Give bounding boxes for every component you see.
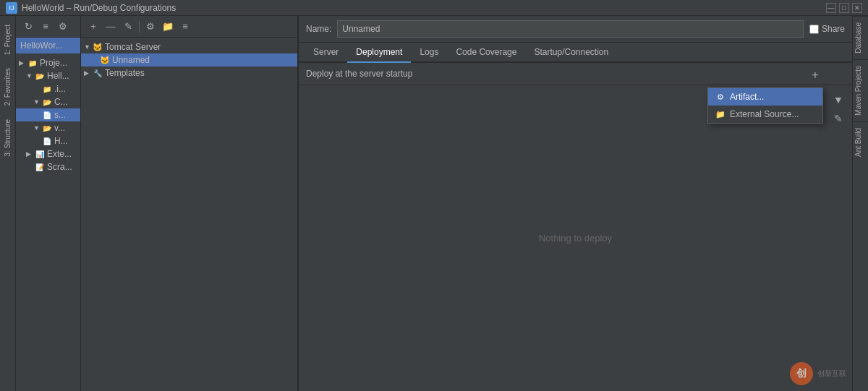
project-icon: 📁 — [27, 58, 38, 68]
tree-project[interactable]: ▶ 📁 Proje... — [16, 56, 80, 69]
watermark-text: 创新互联 — [817, 369, 846, 379]
run-config-panel: + — ✎ ⚙ 📁 ≡ ▼ 🐱 Tomcat Server 🐱 Unnamed — [81, 16, 298, 391]
deploy-header: Deploy at the server startup — [299, 63, 852, 85]
project-label: HelloWor... — [16, 38, 80, 53]
share-label: Share — [822, 24, 845, 34]
app-logo: IJ — [6, 2, 17, 14]
scratch-icon: 📝 — [35, 162, 45, 172]
favorites-tab[interactable]: 2: Favorites — [2, 62, 13, 111]
minimize-button[interactable]: — — [826, 3, 836, 13]
config-toolbar: + — ✎ ⚙ 📁 ≡ — [81, 16, 297, 38]
tree-scratch[interactable]: 📝 Scra... — [16, 160, 80, 173]
unnamed-config[interactable]: 🐱 Unnamed — [81, 53, 297, 66]
window-controls: — □ ✕ — [826, 3, 862, 13]
tab-deployment[interactable]: Deployment — [347, 43, 411, 63]
deploy-actions: ▼ ✎ — [830, 92, 846, 126]
sync-btn[interactable]: ↻ — [20, 19, 36, 35]
watermark: 创 创新互联 — [790, 362, 846, 385]
folder-btn[interactable]: 📁 — [160, 19, 176, 35]
add-deploy-btn[interactable]: + — [807, 67, 823, 83]
tree-idea[interactable]: 📁 .i... — [16, 82, 80, 95]
main-content: 1: Project 2: Favorites 3: Structure ↻ ≡… — [0, 16, 868, 391]
left-vertical-tabs: 1: Project 2: Favorites 3: Structure — [0, 16, 16, 391]
ant-panel-btn[interactable]: Ant Build — [853, 121, 868, 163]
tree-hello[interactable]: ▼ 📂 Hell... — [16, 69, 80, 82]
artifact-menu-item[interactable]: ⚙ Artifact... — [708, 88, 822, 106]
tree-external[interactable]: ▶ 📊 Exte... — [16, 147, 80, 160]
templates-icon: 🔧 — [93, 68, 103, 78]
external-source-menu-item[interactable]: 📁 External Source... — [708, 106, 822, 123]
config-editor: Name: Share Server Deployment Logs Code … — [298, 16, 852, 391]
right-side-panels: Database Maven Projects Ant Build — [852, 16, 868, 391]
name-row: Name: Share — [299, 16, 852, 43]
maximize-button[interactable]: □ — [839, 3, 849, 13]
tab-logs[interactable]: Logs — [411, 43, 447, 63]
nothing-text: Nothing to deploy — [539, 233, 612, 244]
unnamed-icon: 🐱 — [100, 55, 110, 65]
tomcat-server-group[interactable]: ▼ 🐱 Tomcat Server — [81, 40, 297, 53]
unnamed-label: Unnamed — [112, 55, 150, 65]
tree-h[interactable]: 📄 H... — [16, 134, 80, 147]
tab-code-coverage[interactable]: Code Coverage — [447, 43, 525, 63]
external-source-icon: 📁 — [715, 109, 726, 119]
tab-startup-connection[interactable]: Startup/Connection — [525, 43, 617, 63]
remove-config-btn[interactable]: — — [103, 19, 119, 35]
settings-btn[interactable]: ⚙ — [55, 19, 71, 35]
artifact-label: Artifact... — [730, 92, 764, 102]
config-tabs: Server Deployment Logs Code Coverage Sta… — [299, 43, 852, 63]
sidebar-toolbar: ↻ ≡ ⚙ — [16, 16, 80, 38]
folder-icon: 📁 — [42, 84, 52, 94]
folder-icon3: 📂 — [42, 123, 52, 133]
external-icon: 📊 — [35, 149, 45, 159]
name-input[interactable] — [337, 20, 804, 38]
project-tab[interactable]: 1: Project — [2, 19, 13, 61]
artifact-icon: ⚙ — [715, 92, 726, 102]
folder-icon2: 📂 — [42, 97, 52, 107]
name-label: Name: — [306, 24, 331, 34]
tree-c[interactable]: ▼ 📂 C... — [16, 95, 80, 108]
maven-panel-btn[interactable]: Maven Projects — [853, 59, 868, 121]
project-sidebar: ↻ ≡ ⚙ HelloWor... ▶ 📁 Proje... ▼ 📂 Hell.… — [16, 16, 81, 391]
project-tree: ▶ 📁 Proje... ▼ 📂 Hell... 📁 .i... ▼ 📂 C..… — [16, 53, 80, 391]
edit-btn[interactable]: ✎ — [830, 111, 846, 126]
tomcat-icon: 🐱 — [93, 42, 103, 52]
move-up-btn[interactable]: ⚙ — [142, 19, 158, 35]
deploy-area: Deploy at the server startup + ⚙ Artifac… — [299, 63, 852, 391]
templates-label: Templates — [105, 68, 145, 78]
close-button[interactable]: ✕ — [852, 3, 862, 13]
copy-config-btn[interactable]: ✎ — [120, 19, 136, 35]
deploy-content: Nothing to deploy — [299, 85, 852, 391]
module-icon: 📂 — [35, 71, 45, 81]
sort-btn[interactable]: ≡ — [177, 19, 193, 35]
title-bar: IJ HelloWorld – Run/Debug Configurations… — [0, 0, 868, 16]
config-tree: ▼ 🐱 Tomcat Server 🐱 Unnamed ▶ 🔧 Template… — [81, 38, 297, 391]
title-text: HelloWorld – Run/Debug Configurations — [22, 3, 826, 13]
database-panel-btn[interactable]: Database — [853, 16, 868, 59]
collapse-btn[interactable]: ≡ — [38, 19, 54, 35]
templates-group[interactable]: ▶ 🔧 Templates — [81, 66, 297, 80]
add-config-btn[interactable]: + — [85, 19, 101, 35]
structure-tab[interactable]: 3: Structure — [2, 113, 13, 163]
share-checkbox[interactable] — [809, 25, 819, 34]
file-icon: 📄 — [42, 110, 52, 120]
tab-server[interactable]: Server — [305, 43, 347, 63]
move-down-btn[interactable]: ▼ — [830, 92, 846, 108]
file-icon2: 📄 — [42, 136, 52, 146]
external-source-label: External Source... — [730, 109, 799, 119]
watermark-logo: 创 — [790, 362, 813, 385]
plus-btn-area: + ⚙ Artifact... 📁 External Source... — [807, 67, 823, 83]
tree-s[interactable]: 📄 s... — [16, 108, 80, 121]
add-dropdown: ⚙ Artifact... 📁 External Source... — [707, 87, 823, 124]
tree-v[interactable]: ▼ 📂 v... — [16, 121, 80, 134]
tomcat-label: Tomcat Server — [105, 42, 161, 52]
share-row: Share — [809, 24, 845, 34]
